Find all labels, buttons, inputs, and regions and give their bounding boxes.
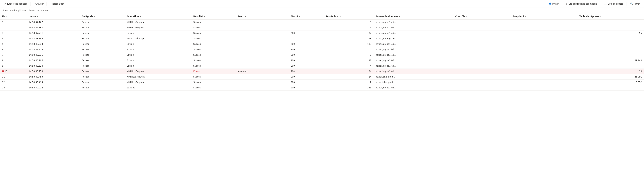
cell-heure: 14:58:47.167 [26,25,80,30]
col-header-categorie[interactable]: Catégorie ∨ [80,14,125,20]
clear-data-button[interactable]: ✕ Effacer les données [3,2,29,6]
col-header-id[interactable]: ID ∨ [0,14,26,20]
col-header-res[interactable]: Rés... ∨ [236,14,288,20]
cell-id: 1 [0,20,26,25]
cell-controle [453,58,511,63]
col-operation-label: Opération [127,15,139,18]
col-header-source[interactable]: Source de données ∨ [373,14,453,20]
cell-operation: Extrair [125,42,191,47]
col-header-operation[interactable]: Opération ∨ [125,14,191,20]
invite-button[interactable]: 👤 Inviter [547,2,560,6]
cell-duree: 5 [324,52,373,58]
cell-statut [288,25,324,30]
svg-rect-1 [604,4,607,4]
cell-duree: 2 [324,80,373,85]
table-row[interactable]: 1014:58:48.278RéseauXMLHttpRequestErreur… [0,69,644,74]
sort-icon-duree: ∨ [340,16,342,18]
table-row[interactable]: 514:58:48.233RéseauExtrairSuccès200115ht… [0,42,644,47]
table-row[interactable]: 214:58:47.167RéseauXMLHttpRequestSuccès4… [0,25,644,30]
col-header-taille[interactable]: Taille de réponse ∨ [577,14,644,20]
read-app-button[interactable]: ▷ Lire appli pilotée par modèle [564,2,598,6]
cell-source: https://orgbe1fed... [373,20,453,25]
cell-categorie: Réseau [80,85,125,90]
sort-icon-resultat: ∨ [204,16,206,18]
download-button[interactable]: ↓ Télécharger [48,2,65,6]
cell-statut [288,20,324,25]
cell-taille: 55 [577,30,644,36]
cell-taille [577,25,644,30]
table-row[interactable]: 1314:58:50.922RéseauExtraireSuccès200348… [0,85,644,90]
cell-heure: 14:58:48.453 [26,74,80,80]
cell-operation: Extrair [125,52,191,58]
cell-controle [453,30,511,36]
cell-duree: 87 [324,30,373,36]
col-header-heure[interactable]: Heure ∨ [26,14,80,20]
table-row[interactable]: 1114:58:48.453RéseauXMLHttpRequestSuccès… [0,74,644,80]
cell-res [236,85,288,90]
sort-icon-statut: ∨ [299,16,300,18]
cell-source: https://orgbe1fed... [373,69,453,74]
cell-source: https://orgbe1fed... [373,30,453,36]
cell-propriete [510,36,577,42]
sort-icon-operation: ∨ [140,16,141,18]
svg-rect-0 [604,3,607,3]
table-header: ID ∨ Heure ∨ Catégorie ∨ [0,14,644,20]
cell-source: https://orgbe1fed... [373,47,453,52]
col-duree-label: Durée (ms) [326,15,340,18]
sort-icon-id: ∨ [5,16,7,18]
cell-controle [453,74,511,80]
cell-taille [577,52,644,58]
cell-res [236,25,288,30]
cell-res [236,42,288,47]
cell-operation: XMLHttpRequest [125,20,191,25]
load-button[interactable]: ↑ Charger [32,2,45,6]
cell-propriete [510,30,577,36]
toolbar-right: 👤 Inviter ▷ Lire appli pilotée par modèl… [547,2,641,6]
cell-heure: 14:58:48.296 [26,58,80,63]
cell-operation: Extrair [125,63,191,69]
col-header-resultat[interactable]: Résultat ∨ [191,14,236,20]
clear-data-label: Effacer les données [7,2,28,5]
cell-propriete [510,47,577,52]
cell-propriete [510,85,577,90]
cell-propriete [510,20,577,25]
col-header-controle[interactable]: Contrôle ∨ [453,14,511,20]
cell-statut: 200 [288,58,324,63]
table-row[interactable]: 114:58:47.167RéseauXMLHttpRequestSuccès5… [0,20,644,25]
cell-source: https://orgbe1fed... [373,42,453,47]
cell-id: 10 [0,69,26,74]
table-row[interactable]: 714:58:48.236RéseauExtrairSuccès2005http… [0,52,644,58]
table-row[interactable]: 1214:58:48.494RéseauXMLHttpRequestSuccès… [0,80,644,85]
cell-propriete [510,69,577,74]
cell-statut: 200 [288,52,324,58]
liste-compacte-button[interactable]: Liste compacte [603,2,624,6]
cell-heure: 14:58:47.771 [26,30,80,36]
filter-button[interactable]: 🔍 Filtrer [629,2,641,6]
cell-resultat: Succès [191,58,236,63]
cell-res [236,30,288,36]
cell-duree: 348 [324,85,373,90]
table-row[interactable]: 814:58:48.296RéseauExtrairSuccès20092htt… [0,58,644,63]
cell-taille [577,47,644,52]
col-source-label: Source de données [376,15,398,18]
sort-icon-controle: ∨ [466,16,468,18]
cell-heure: 14:58:48.494 [26,80,80,85]
cell-resultat: Succès [191,85,236,90]
table-row[interactable]: 614:58:48.235RéseauExtrairSuccès2004http… [0,47,644,52]
cell-heure: 14:58:48.324 [26,63,80,69]
cell-taille: 69 143 [577,58,644,63]
cell-id: 11 [0,74,26,80]
table-row[interactable]: 314:58:47.771RéseauExtrairSuccès20087htt… [0,30,644,36]
cell-categorie: Réseau [80,52,125,58]
col-header-duree[interactable]: Durée (ms) ∨ [324,14,373,20]
col-header-statut[interactable]: Statut ∨ [288,14,324,20]
col-header-propriete[interactable]: Propriété ∨ [510,14,577,20]
table-row[interactable]: 414:58:48.106RéseauAssetLoad.ScriptSuccè… [0,36,644,42]
table-row[interactable]: 914:58:48.324RéseauExtrairSuccès2004http… [0,63,644,69]
cell-statut: 200 [288,85,324,90]
cell-categorie: Réseau [80,25,125,30]
cell-operation: Extrair [125,47,191,52]
data-table: ID ∨ Heure ∨ Catégorie ∨ [0,14,644,90]
cell-propriete [510,74,577,80]
cell-statut: 404 [288,69,324,74]
